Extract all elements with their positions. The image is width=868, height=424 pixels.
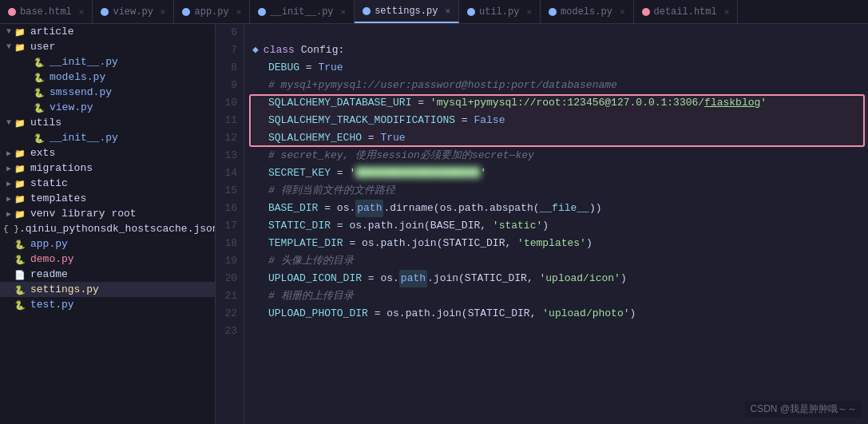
tab-label-models-py: models.py [561,6,612,18]
tab-label-util-py: util.py [479,6,519,18]
tab-icon-util [467,8,475,16]
tab-close[interactable]: ✕ [724,6,730,17]
sidebar-item-readme[interactable]: 📄 readme [0,267,215,282]
py-icon: 🐍 [14,240,27,249]
arrow-icon: ▶ [3,179,14,188]
var-uploadicon: UPLOAD_ICON_DIR [268,270,362,287]
comment-9: # mysql+pymysql://user:password@hostip:p… [268,77,617,94]
code-line-23 [252,323,868,340]
tab-icon-detail [642,8,650,16]
tab-bar: base.html ✕ view.py ✕ app.py ✕ __init__.… [0,0,868,24]
folder-icon: 📁 [14,164,27,173]
sidebar-item-migrations[interactable]: ▶ 📁 migrations [0,160,215,176]
sidebar-label-test: test.py [30,299,74,311]
code-line-11: SQLALCHEMY_TRACK_MODIFICATIONS = False [252,112,868,129]
sidebar-item-demo[interactable]: 🐍 demo.py [0,252,215,267]
sidebar-item-user-view[interactable]: 🐍 view.py [0,100,215,115]
tab-label-settings-py: settings.py [375,6,438,17]
folder-icon: 📁 [14,118,27,128]
code-line-10: SQLALCHEMY_DATABASE_URI = 'mysql+pymysql… [252,94,868,112]
indicator-icon: ◆ [252,42,259,59]
sidebar-label: smssend.py [50,86,112,98]
arrow-icon: ▶ [3,194,14,204]
keyword: class [264,42,301,59]
folder-icon: 📁 [14,42,27,52]
arrow-icon: ▶ [3,209,14,219]
tab-util-py[interactable]: util.py ✕ [459,0,541,23]
tab-close[interactable]: ✕ [161,6,166,17]
code-line-7: ◆ class Config: [252,42,868,59]
tab-icon-settings [363,7,371,15]
sidebar-item-article[interactable]: ▼ 📁 article [0,24,215,39]
tab-init-py[interactable]: __init__.py ✕ [250,0,355,23]
classname: Config [301,42,339,59]
sidebar-item-utils[interactable]: ▼ 📁 utils [0,115,215,130]
sidebar-item-user-init[interactable]: 🐍 __init__.py [0,54,215,69]
tab-app-py[interactable]: app.py ✕ [174,0,250,23]
comment-21: # 相册的上传目录 [268,287,354,305]
code-line-6 [252,24,868,42]
var-sqluri: SQLALCHEMY_DATABASE_URI [268,94,411,112]
sidebar-label-readme: readme [30,268,68,280]
tab-close[interactable]: ✕ [445,6,450,16]
tab-models-py[interactable]: models.py ✕ [541,0,633,23]
highlight-path2: path [399,270,427,287]
sidebar-item-app[interactable]: 🐍 app.py [0,236,215,252]
sidebar-label-demo: demo.py [30,253,74,265]
sidebar[interactable]: ▼ 📁 article ▼ 📁 user 🐍 __init__.py 🐍 mod… [0,24,216,424]
tab-close[interactable]: ✕ [236,6,242,17]
tab-label-init-py: __init__.py [270,6,333,18]
sidebar-item-user[interactable]: ▼ 📁 user [0,39,215,54]
sidebar-label-templates: templates [30,192,86,204]
tab-icon-init [258,8,266,16]
sidebar-label-exts: exts [30,147,55,159]
tab-base-html[interactable]: base.html ✕ [0,0,93,23]
editor[interactable]: 6 7 8 9 10 11 12 13 14 15 16 17 18 19 20… [216,24,868,424]
var-sqlecho: SQLALCHEMY_ECHO [268,129,362,147]
tab-close[interactable]: ✕ [341,6,347,17]
code-line-13: # secret_key, 使用session必须要加的secret—key [252,147,868,164]
sidebar-item-qiniu[interactable]: { } .qiniu_pythonsdk_hostscache.json [0,221,215,236]
sidebar-item-static[interactable]: ▶ 📁 static [0,176,215,191]
tab-detail-html[interactable]: detail.html ✕ [634,0,739,23]
code-content: ◆ class Config: DEBUG = True # mysql+pym… [244,24,868,424]
code-line-14: SECRET_KEY = '████████████████████' [252,164,868,182]
var-templatedir: TEMPLATE_DIR [268,235,343,252]
sidebar-item-utils-init[interactable]: 🐍 __init__.py [0,130,215,145]
val-true2: True [380,129,405,147]
line-numbers: 6 7 8 9 10 11 12 13 14 15 16 17 18 19 20… [216,24,244,424]
tab-close[interactable]: ✕ [526,6,532,17]
tab-icon-app [182,8,190,16]
tab-view-py[interactable]: view.py ✕ [93,0,174,23]
tab-close[interactable]: ✕ [620,6,625,17]
sidebar-item-test[interactable]: 🐍 test.py [0,297,215,312]
py-icon: 🐍 [14,255,27,264]
sidebar-item-exts[interactable]: ▶ 📁 exts [0,145,215,160]
arrow-icon: ▼ [3,27,14,36]
sidebar-label-user-view: view.py [50,101,93,113]
sidebar-label-migrations: migrations [30,162,93,174]
tab-settings-py[interactable]: settings.py ✕ [355,0,459,23]
sidebar-item-user-models[interactable]: 🐍 models.py [0,69,215,85]
var-basedir: BASE_DIR [268,200,318,217]
arrow-icon: ▶ [3,149,14,158]
py-icon: 🐍 [34,103,46,113]
sidebar-label-venv: venv library root [30,208,137,220]
tab-close[interactable]: ✕ [79,6,85,17]
code-line-16: BASE_DIR = os.path.dirname(os.path.abspa… [252,200,868,217]
sidebar-label-settings: settings.py [30,283,99,295]
sidebar-item-templates[interactable]: ▶ 📁 templates [0,191,215,206]
py-icon: 🐍 [34,73,46,82]
var-debug: DEBUG [268,59,299,77]
arrow-icon: ▼ [3,118,14,127]
sidebar-label: __init__.py [50,56,118,68]
code-line-9: # mysql+pymysql://user:password@hostip:p… [252,77,868,94]
highlight-path: path [355,200,383,217]
sidebar-label-app: app.py [30,238,68,250]
sidebar-item-user-smssend[interactable]: 🐍 smssend.py [0,85,215,100]
comment-19: # 头像上传的目录 [268,252,354,270]
watermark: CSDN @我是肿肿哦～～ [745,401,862,418]
sidebar-item-venv[interactable]: ▶ 📁 venv library root [0,206,215,221]
code-line-18: TEMPLATE_DIR = os.path.join(STATIC_DIR, … [252,235,868,252]
sidebar-item-settings[interactable]: 🐍 settings.py [0,282,215,297]
